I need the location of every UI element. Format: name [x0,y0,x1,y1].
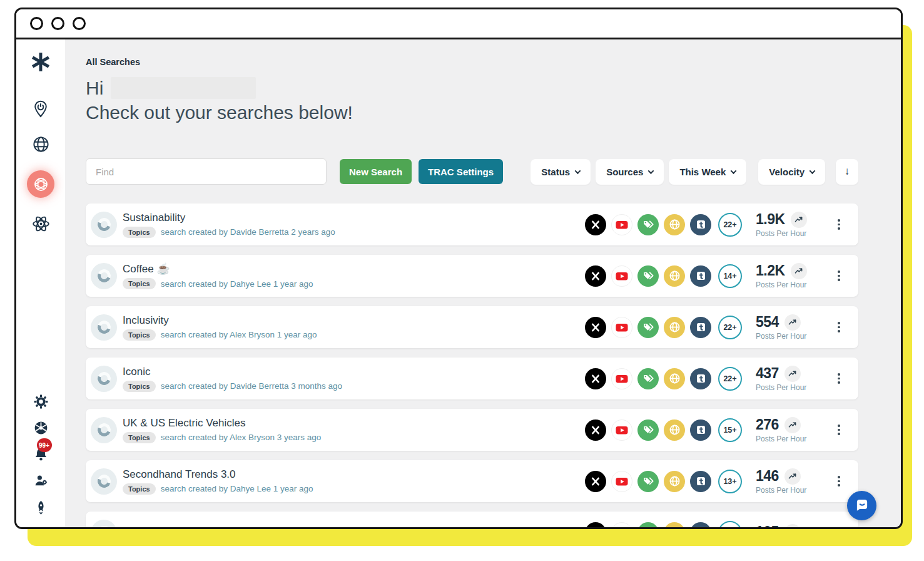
search-row[interactable]: Sustainability Topics search created by … [86,203,858,245]
search-row[interactable]: UK & US Electric Vehicles Topics search … [86,409,858,451]
screenshot-root: 99+ [0,0,924,561]
window-titlebar [16,9,901,39]
row-menu-button[interactable] [833,523,845,529]
tumblr-icon [690,265,711,287]
stat-unit: Posts Per Hour [756,486,831,495]
stat-value: 554 [756,314,779,331]
traffic-light-2[interactable] [51,17,64,30]
trending-up-icon[interactable] [784,314,801,331]
search-row[interactable]: Secondhand Trends 3.0 Topics search crea… [86,460,858,502]
asterisk-logo-icon[interactable] [29,51,52,73]
notifications-bell-icon[interactable]: 99+ [33,446,49,462]
chevron-down-icon [648,168,654,174]
traffic-light-1[interactable] [30,17,43,30]
chat-bubble-icon [854,497,870,515]
trending-up-icon[interactable] [784,417,801,433]
user-admin-icon[interactable] [33,473,49,488]
search-row[interactable]: Iconic Topics search created by Davide B… [86,358,858,399]
find-input[interactable] [86,158,327,185]
trending-up-icon[interactable] [784,524,801,530]
tags-icon [637,265,659,287]
stat-value: 105 [756,523,779,529]
trending-up-icon[interactable] [784,468,801,485]
stat-unit: Posts Per Hour [756,332,831,341]
x-twitter-icon [585,214,606,235]
search-meta: search created by Davide Berretta 2 year… [161,227,335,237]
posts-per-hour-stat: 276 Posts Per Hour [756,416,831,443]
greeting-text: Hi [86,78,103,99]
filter-sources[interactable]: Sources [596,159,664,185]
x-twitter-icon [585,368,606,389]
more-sources-badge[interactable]: 22+ [718,367,742,391]
arrow-down-icon: ↓ [845,165,850,178]
more-sources-badge[interactable] [718,521,742,530]
row-menu-button[interactable] [833,267,845,285]
trac-settings-button[interactable]: TRAC Settings [419,159,503,184]
search-title[interactable]: Iconic [123,366,342,378]
web-globe-icon [664,214,685,235]
youtube-icon [611,522,632,530]
chat-launcher-button[interactable] [847,491,876,520]
row-menu-button[interactable] [833,421,845,439]
chevron-down-icon [575,168,581,174]
search-row[interactable]: Virtual/Digital Fashion [86,512,858,529]
sidebar-footer: 99+ [33,394,49,515]
search-title[interactable]: UK & US Electric Vehicles [123,417,321,430]
filter-timerange[interactable]: This Week [669,159,746,185]
traffic-light-3[interactable] [73,17,86,30]
youtube-icon [611,317,632,338]
search-avatar-spinner [91,417,117,443]
tumblr-icon [690,522,711,530]
trending-up-icon[interactable] [791,212,807,228]
hotspot-pin-icon[interactable] [31,100,50,118]
posts-per-hour-stat: 437 Posts Per Hour [756,365,831,392]
search-row[interactable]: Coffee ☕ Topics search created by Dahye … [86,255,858,297]
tumblr-icon [690,471,711,492]
search-title[interactable]: Virtual/Digital Fashion [123,525,226,530]
tags-icon [637,214,659,235]
more-sources-badge[interactable]: 15+ [718,418,742,442]
topics-badge: Topics [123,278,156,289]
filter-velocity[interactable]: Velocity [758,159,825,185]
row-menu-button[interactable] [833,369,845,388]
ball-help-icon[interactable] [33,420,49,436]
search-title[interactable]: Inclusivity [123,314,317,327]
breadcrumb: All Searches [86,57,858,67]
settings-gear-icon[interactable] [33,394,49,409]
browser-window: 99+ [14,8,903,529]
new-search-button[interactable]: New Search [340,159,412,184]
redacted-username [111,77,256,99]
trending-up-icon[interactable] [784,366,801,382]
atom-icon[interactable] [31,214,51,234]
tumblr-icon [690,214,711,235]
search-list: Sustainability Topics search created by … [86,203,858,529]
row-menu-button[interactable] [833,472,845,490]
more-sources-badge[interactable]: 22+ [718,213,742,237]
tags-icon [637,522,659,530]
search-title[interactable]: Sustainability [123,212,335,224]
topics-badge: Topics [123,483,156,495]
row-menu-button[interactable] [833,318,845,336]
search-row[interactable]: Inclusivity Topics search created by Ale… [86,306,858,348]
search-meta: search created by Dahye Lee 1 year ago [161,484,313,493]
search-title[interactable]: Coffee ☕ [123,262,313,275]
tumblr-icon [690,317,711,338]
more-sources-badge[interactable]: 22+ [718,316,742,339]
more-sources-badge[interactable]: 13+ [718,470,742,493]
search-title[interactable]: Secondhand Trends 3.0 [123,468,313,481]
trending-up-icon[interactable] [791,263,807,279]
posts-per-hour-stat: 146 Posts Per Hour [756,468,831,495]
filter-status[interactable]: Status [531,159,591,185]
search-avatar-spinner [91,314,117,341]
topics-badge: Topics [123,227,156,238]
more-sources-badge[interactable]: 14+ [718,264,742,288]
topics-badge: Topics [123,432,156,443]
source-icons: 22+ [585,316,742,339]
topics-badge: Topics [123,329,156,341]
globe-wireframe-icon[interactable] [31,135,51,154]
rocket-icon[interactable] [33,499,49,515]
row-menu-button[interactable] [833,215,845,234]
aperture-icon-active[interactable] [27,170,54,198]
sort-direction-button[interactable]: ↓ [836,159,858,185]
search-meta: search created by Davide Berretta 3 mont… [161,381,342,391]
